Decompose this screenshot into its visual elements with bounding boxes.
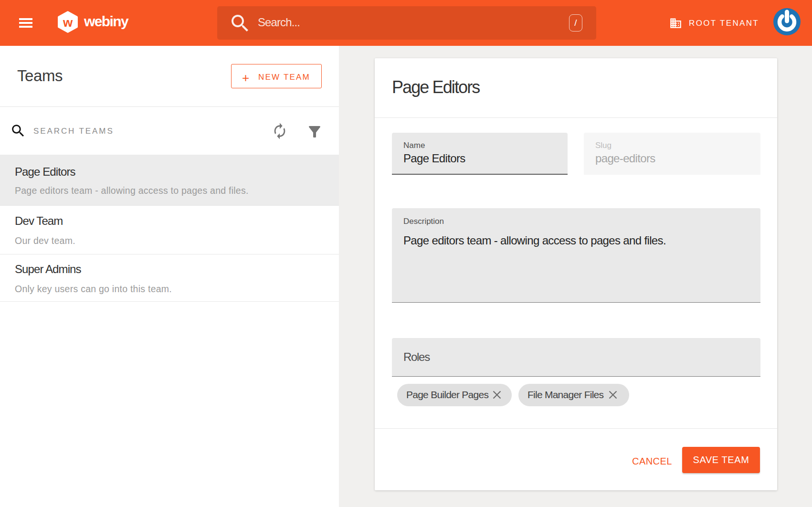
- svg-text:w: w: [63, 15, 73, 30]
